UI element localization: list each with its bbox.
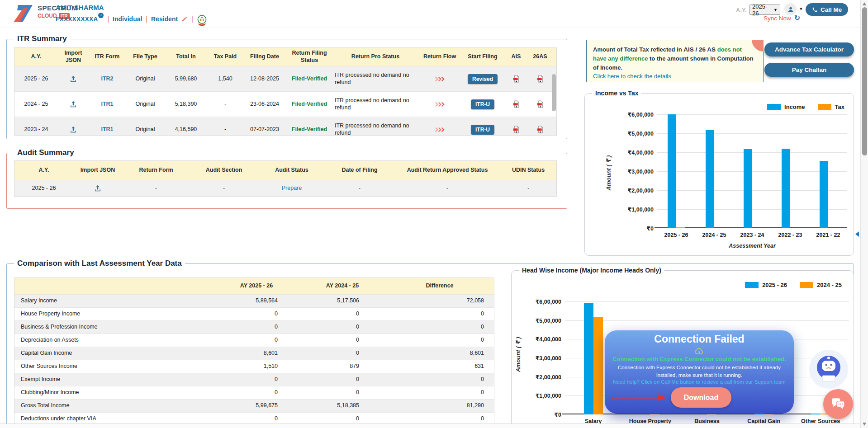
comparison-table-row: Depreciation on Assets000 (14, 334, 494, 347)
bar-Tax-202223 (790, 228, 799, 229)
page-scrollbar[interactable] (860, 0, 868, 428)
chart-legend: 2025 - 262024 - 25 (745, 282, 842, 288)
form26as-pdf-button[interactable] (528, 66, 552, 91)
audit-import-json-button[interactable] (73, 180, 122, 196)
advance-tax-calculator-button[interactable]: Advance Tax Calculator (764, 42, 854, 56)
start-filing-button[interactable]: ITR-U (471, 125, 494, 135)
legend-item: 2025 - 26 (745, 282, 787, 288)
person-icon (787, 6, 794, 13)
comparison-cell-value: 8,601 (385, 347, 494, 360)
import-json-button[interactable] (58, 66, 89, 91)
residency-status: Resident (151, 15, 178, 23)
start-filing-button[interactable]: Revised (468, 74, 498, 84)
audit-summary-title: Audit Summary (14, 148, 77, 157)
form26as-pdf-button[interactable] (528, 117, 552, 135)
itr-table-row: 2025 - 26ITR2Original5,99,6801,54012-08-… (14, 66, 556, 91)
info-icon[interactable]: i (98, 13, 104, 18)
return-flow-button[interactable] (418, 92, 461, 117)
return-filing-status: Filed-Verified (286, 92, 333, 117)
itr-form-link-text[interactable]: ITR2 (101, 75, 113, 83)
comparison-cell-value: 1,510 (213, 360, 299, 373)
itr-form-link[interactable]: ITR1 (89, 117, 126, 135)
y-tick-label: ₹4,00,000 (536, 336, 561, 343)
return-flow-button[interactable] (418, 66, 461, 91)
pan-number: FXXXXXXXXAi (56, 15, 104, 23)
itr-column-header: AIS (504, 48, 528, 66)
gridline (657, 190, 847, 191)
pay-challan-button[interactable]: Pay Challan (764, 63, 854, 77)
comparison-cell-value: 0 (299, 321, 385, 334)
itr-form-link[interactable]: ITR2 (89, 66, 126, 91)
audit-prepare-link[interactable]: Prepare (258, 180, 326, 196)
user-avatar[interactable] (784, 3, 797, 15)
check-details-link[interactable]: Click here to check the details (593, 73, 671, 80)
start-filing-cell[interactable]: ITR-U (461, 92, 504, 117)
audit-summary-table: A.Y.Import JSONReturn FormAudit SectionA… (14, 160, 557, 197)
scroll-up-arrow[interactable] (863, 2, 866, 5)
audit-prepare-link-text[interactable]: Prepare (282, 185, 302, 192)
comparison-cell-value: 0 (299, 308, 385, 320)
audit-column-header: Audit Return Approved Status (394, 161, 501, 180)
ais-pdf-button[interactable] (504, 92, 528, 117)
itr-cell-tax-paid: - (207, 92, 243, 117)
import-json-button[interactable] (58, 92, 89, 117)
comparison-cell-value: 0 (385, 308, 494, 320)
panel-collapse-arrow[interactable] (855, 231, 859, 237)
itr-form-link-text[interactable]: ITR1 (101, 101, 113, 108)
itr-column-header: Return Pro Status (333, 48, 418, 66)
comparison-table: AY 2025 - 26AY 2024 - 25Difference Salar… (14, 277, 494, 426)
audit-column-header: UDIN Status (501, 161, 555, 180)
legend-item: 2024 - 25 (800, 282, 842, 288)
ais-pdf-button[interactable] (504, 117, 528, 135)
notice-emphasis: AIS / 26 AS (683, 46, 716, 53)
avatar-caret-icon[interactable]: ▼ (799, 6, 803, 11)
itr-table-body: 2025 - 26ITR2Original5,99,6801,54012-08-… (14, 66, 556, 135)
bar-202425-HouseProperty (650, 414, 659, 415)
comparison-row-label: Capital Gain Income (14, 347, 213, 360)
comparison-row-label: Gross Total Income (14, 400, 213, 412)
start-filing-button[interactable]: ITR-U (471, 99, 494, 109)
edit-pencil-icon[interactable] (181, 16, 188, 22)
import-json-button[interactable] (58, 117, 89, 135)
scroll-down-arrow[interactable] (863, 423, 866, 426)
itr-form-link-text[interactable]: ITR1 (101, 126, 113, 133)
comparison-cell-value: 0 (213, 386, 299, 399)
return-flow-button[interactable] (418, 117, 461, 135)
sync-now-link[interactable]: Sync Now (764, 15, 791, 22)
bar-Income-202526 (668, 114, 676, 228)
y-tick-label: ₹6,00,000 (628, 111, 654, 118)
scrollbar-thumb[interactable] (862, 7, 867, 155)
tax-difference-notice: Amount of Total Tax reflected in AIS / 2… (586, 40, 764, 82)
itr-cell-ay: 2025 - 26 (14, 66, 58, 91)
download-button[interactable]: Download (671, 387, 731, 408)
bar-202425-Salary (593, 317, 603, 414)
assessment-year-select[interactable]: 2025-26 ▼ (749, 5, 780, 15)
y-tick-label: ₹2,00,000 (628, 187, 654, 194)
comparison-cell-value: 8,601 (213, 347, 299, 360)
comparison-table-row: Capital Gain Income8,60108,601 (14, 347, 494, 360)
comparison-cell-value: 0 (299, 373, 385, 386)
itr-table-scrollbar[interactable] (552, 74, 556, 111)
comparison-cell-value: 0 (213, 308, 299, 320)
form26as-pdf-button[interactable] (528, 92, 552, 117)
itr-cell-file-type: Original (126, 92, 165, 117)
comparison-column-header: AY 2024 - 25 (299, 278, 385, 294)
comparison-cell-value: 0 (385, 334, 494, 347)
itr-cell-filing-date: 12-08-2025 (243, 66, 286, 91)
horizontal-scrollbar[interactable] (0, 423, 860, 428)
profile-type: Individual (113, 15, 142, 23)
audit-table-row: 2025 - 26--Prepare--- (14, 180, 556, 196)
start-filing-cell[interactable]: ITR-U (461, 117, 504, 135)
itr-form-link[interactable]: ITR1 (89, 92, 126, 117)
y-tick-label: ₹5,00,000 (628, 130, 654, 137)
x-axis-title: Assessment Year (657, 243, 847, 249)
itr-column-header: Start Filing (461, 48, 504, 66)
start-filing-cell[interactable]: Revised (461, 66, 504, 91)
refresh-icon[interactable]: ↻ (794, 14, 800, 22)
ais-pdf-button[interactable] (504, 66, 528, 91)
chevron-down-icon: ▼ (773, 8, 778, 12)
itr-table-header: A.Y.Import JSONITR FormFile TypeTotal In… (14, 48, 556, 66)
call-me-button[interactable]: Call Me (806, 3, 848, 16)
chat-support-button[interactable] (823, 389, 853, 419)
robot-mascot (809, 349, 849, 391)
